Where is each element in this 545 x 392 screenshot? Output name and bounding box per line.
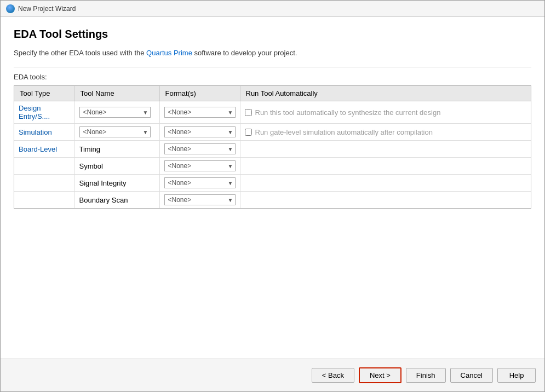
format-select[interactable]: <None>	[164, 194, 236, 205]
format-select-wrapper: <None>▼	[164, 126, 236, 137]
run-auto-cell[interactable]: Run gate-level simulation automatically …	[240, 124, 531, 141]
wizard-icon	[6, 4, 15, 13]
table-row: Simulation<None>▼<None>▼Run gate-level s…	[14, 124, 531, 141]
format-select-wrapper: <None>▼	[164, 107, 236, 118]
tool-name-select[interactable]: <None>	[79, 107, 151, 118]
tool-name-select-wrapper: <None>▼	[79, 126, 151, 137]
tool-type-cell	[14, 192, 74, 209]
format-select[interactable]: <None>	[164, 143, 236, 154]
next-button[interactable]: Next >	[359, 367, 401, 383]
page-description: Specify the other EDA tools used with th…	[14, 48, 531, 58]
tool-name-cell: Boundary Scan	[74, 192, 159, 209]
format-select[interactable]: <None>	[164, 160, 236, 171]
format-cell: <None>▼	[159, 158, 240, 175]
section-label: EDA tools:	[14, 73, 531, 81]
run-auto-cell	[240, 158, 531, 175]
col-header-tool-name: Tool Name	[74, 86, 159, 101]
format-select-wrapper: <None>▼	[164, 194, 236, 205]
format-cell[interactable]: <None>▼	[159, 124, 240, 141]
run-auto-cell	[240, 175, 531, 192]
format-cell: <None>▼	[159, 141, 240, 158]
section-divider	[14, 67, 531, 67]
format-select-wrapper: <None>▼	[164, 160, 236, 171]
run-auto-cell[interactable]: Run this tool automatically to synthesiz…	[240, 101, 531, 124]
format-select[interactable]: <None>	[164, 126, 236, 137]
content-area: EDA Tool Settings Specify the other EDA …	[1, 17, 544, 359]
format-select-wrapper: <None>▼	[164, 177, 236, 188]
bottom-bar: < Back Next > Finish Cancel Help	[1, 359, 544, 391]
format-cell: <None>▼	[159, 192, 240, 209]
tool-type-cell: Board-Level	[14, 141, 74, 158]
tool-name-select[interactable]: <None>	[79, 126, 151, 137]
table-header-row: Tool Type Tool Name Format(s) Run Tool A…	[14, 86, 531, 101]
run-auto-checkbox-row: Run this tool automatically to synthesiz…	[245, 108, 527, 117]
tool-name-cell: Symbol	[74, 158, 159, 175]
run-auto-checkbox-row: Run gate-level simulation automatically …	[245, 128, 527, 136]
format-cell[interactable]: <None>▼	[159, 101, 240, 124]
run-auto-checkbox[interactable]	[245, 129, 252, 136]
run-auto-cell	[240, 141, 531, 158]
eda-tools-table: Tool Type Tool Name Format(s) Run Tool A…	[14, 86, 531, 208]
col-header-tool-type: Tool Type	[14, 86, 74, 101]
run-auto-cell	[240, 192, 531, 209]
eda-tools-table-container: Tool Type Tool Name Format(s) Run Tool A…	[14, 85, 531, 209]
tool-type-cell	[14, 175, 74, 192]
table-row: Symbol<None>▼	[14, 158, 531, 175]
format-select[interactable]: <None>	[164, 177, 236, 188]
tool-name-cell: Signal Integrity	[74, 175, 159, 192]
tool-type-cell: Simulation	[14, 124, 74, 141]
table-row: Board-LevelTiming<None>▼	[14, 141, 531, 158]
tool-name-cell: Timing	[74, 141, 159, 158]
back-button[interactable]: < Back	[312, 368, 354, 383]
cancel-button[interactable]: Cancel	[450, 368, 493, 383]
table-row: Signal Integrity<None>▼	[14, 175, 531, 192]
finish-button[interactable]: Finish	[406, 368, 446, 383]
tool-type-cell	[14, 158, 74, 175]
title-bar: New Project Wizard	[1, 1, 544, 17]
run-auto-label: Run this tool automatically to synthesiz…	[255, 108, 441, 117]
table-row: Design Entry/S....<None>▼<None>▼Run this…	[14, 101, 531, 124]
tool-name-select-wrapper: <None>▼	[79, 107, 151, 118]
page-title: EDA Tool Settings	[14, 28, 531, 41]
col-header-formats: Format(s)	[159, 86, 240, 101]
title-bar-text: New Project Wizard	[18, 5, 76, 13]
format-select-wrapper: <None>▼	[164, 143, 236, 154]
format-cell: <None>▼	[159, 175, 240, 192]
table-row: Boundary Scan<None>▼	[14, 192, 531, 209]
format-select[interactable]: <None>	[164, 107, 236, 118]
tool-name-cell[interactable]: <None>▼	[74, 101, 159, 124]
help-button[interactable]: Help	[497, 368, 536, 383]
tool-name-cell[interactable]: <None>▼	[74, 124, 159, 141]
main-window: New Project Wizard EDA Tool Settings Spe…	[0, 0, 545, 392]
run-auto-label: Run gate-level simulation automatically …	[255, 128, 433, 136]
tool-type-cell: Design Entry/S....	[14, 101, 74, 124]
col-header-run-auto: Run Tool Automatically	[240, 86, 531, 101]
run-auto-checkbox[interactable]	[245, 109, 252, 116]
